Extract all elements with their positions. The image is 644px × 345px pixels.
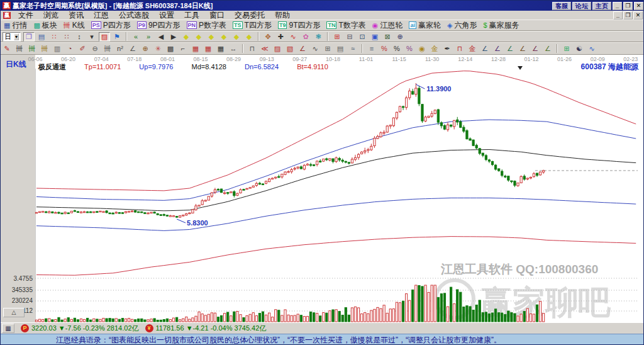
menu-item-1[interactable]: 浏览: [38, 11, 64, 20]
highlight-kline-button[interactable]: ▨: [99, 32, 110, 42]
menu-item-4[interactable]: 公式选股: [114, 11, 154, 20]
calculator-button[interactable]: ⊟: [344, 32, 355, 42]
color-grid-tool[interactable]: ⊞: [561, 44, 572, 54]
flag-marker-button[interactable]: ⚑: [111, 32, 123, 42]
next-bar-button[interactable]: ▶: [168, 32, 179, 42]
menu-item-6[interactable]: 工具: [179, 11, 204, 20]
gann-diamond-5-button[interactable]: ◆: [231, 32, 242, 42]
toolbar-item-t-number-table[interactable]: TNT数字表: [326, 20, 365, 31]
kline-mark-tool[interactable]: ⌐: [177, 44, 189, 54]
toolbar-item-hexagon[interactable]: ◈六角形: [447, 20, 477, 31]
red-band-tool[interactable]: ▦: [190, 44, 201, 54]
toolbar-item-kline[interactable]: 卌K线: [64, 20, 85, 31]
minimize-button[interactable]: _: [613, 2, 622, 10]
titlebar-link-support[interactable]: 客服: [552, 2, 571, 10]
toolbar-item-p-square[interactable]: PSP四方形: [91, 20, 131, 31]
toolbar-item-gann-wheel[interactable]: ◉江恩轮: [372, 20, 403, 31]
gann-angle-4-tool[interactable]: ∠: [517, 44, 528, 54]
draw-pen-tool[interactable]: ✎: [1, 44, 13, 54]
ruler-tool[interactable]: ▥: [52, 44, 63, 54]
gann-diamond-6-button[interactable]: ◆: [243, 32, 255, 42]
child-minimize-button[interactable]: _: [613, 11, 623, 20]
trend-curve-button[interactable]: ∿: [287, 32, 299, 42]
gann-angle-5-tool[interactable]: ∠: [530, 44, 541, 54]
table-grid-tool[interactable]: ▤: [335, 44, 346, 54]
golden-box-tool[interactable]: 金: [467, 44, 478, 54]
toolbar-item-t9-square[interactable]: T99T四方形: [278, 20, 321, 31]
mark-flower-button[interactable]: ✿: [300, 32, 311, 42]
price-grid-tool[interactable]: 卌: [26, 44, 38, 54]
network-button[interactable]: ⊕: [394, 32, 406, 42]
titlebar-link-forum[interactable]: 论坛: [572, 2, 591, 10]
menu-item-3[interactable]: 江恩: [89, 11, 114, 20]
wave-lines-tool[interactable]: ≈: [347, 44, 358, 54]
sh-index-quote[interactable]: 3220.03 ▼-7.56 -0.23% 2814.02亿: [31, 324, 139, 333]
info-panel-button[interactable]: ▤: [36, 32, 47, 42]
golden-circle-tool[interactable]: ◉: [416, 44, 428, 54]
menu-item-0[interactable]: 文件: [13, 11, 38, 20]
period-selector[interactable]: 日▾: [3, 32, 21, 42]
zigzag-tool[interactable]: ∿: [309, 44, 321, 54]
sun-circle-tool[interactable]: ⊕: [140, 44, 151, 54]
gann-angle-1-tool[interactable]: ∠: [479, 44, 491, 54]
toolbar-item-winner-wheel[interactable]: ai赢家轮: [409, 20, 441, 31]
span-tool[interactable]: ↔: [228, 44, 239, 54]
arc-tool[interactable]: ◔: [64, 44, 75, 54]
child-close-button[interactable]: ✕: [633, 11, 643, 20]
chart-panel[interactable]: 日K线 极反通道 Tp=11.0071 Up=9.7976 Md=8.4128 …: [1, 55, 644, 322]
gann-diamond-2-button[interactable]: ◆: [193, 32, 204, 42]
gann-diamond-4-button[interactable]: ◆: [218, 32, 230, 42]
square-grid-tool[interactable]: ⊞: [322, 44, 333, 54]
titlebar-link-home[interactable]: 主页: [592, 2, 611, 10]
star-ray-tool[interactable]: ✳: [152, 44, 164, 54]
kline-style-1-button[interactable]: ∷: [48, 32, 60, 42]
remote-data-button[interactable]: ⊠: [382, 32, 393, 42]
golden-section-tool[interactable]: 金: [429, 44, 440, 54]
save-button[interactable]: ▣: [369, 32, 380, 42]
memo-button[interactable]: ⊡: [357, 32, 368, 42]
price-table-tool[interactable]: ≡: [366, 44, 377, 54]
toolbar-item-t-square[interactable]: TST四方形: [233, 20, 272, 31]
angle-line-tool[interactable]: ∠: [297, 44, 308, 54]
toolbar-item-p9-square[interactable]: P99P四方形: [137, 20, 180, 31]
quote-grid-button[interactable]: ▦: [2, 324, 14, 333]
wave-tool[interactable]: ∿: [586, 44, 597, 54]
sz-index-quote[interactable]: 11781.56 ▼-4.21 -0.04% 3745.42亿: [156, 324, 267, 333]
analysis-button[interactable]: ❃: [313, 32, 324, 42]
drag-hand-button[interactable]: ✥: [262, 32, 274, 42]
percent-retrace-tool[interactable]: %: [379, 44, 390, 54]
black-grid-tool[interactable]: ▦: [215, 44, 226, 54]
red-box-tool[interactable]: ▦: [203, 44, 214, 54]
menu-item-7[interactable]: 窗口: [204, 11, 230, 20]
child-restore-button[interactable]: ❐: [623, 11, 633, 20]
gann-angle-2-tool[interactable]: ∠: [492, 44, 503, 54]
scale-toggle-button[interactable]: ↕: [74, 32, 85, 42]
expand-pane-button[interactable]: △: [3, 308, 25, 317]
compass-tool[interactable]: ✐: [77, 44, 88, 54]
first-page-button[interactable]: «: [130, 32, 142, 42]
shade-box2-tool[interactable]: ▧: [284, 44, 296, 54]
kline-style-2-button[interactable]: ∷: [61, 32, 72, 42]
gann-angle-6-tool[interactable]: ∠: [542, 44, 553, 54]
n2-tool[interactable]: n²: [114, 44, 126, 54]
prev-bar-button[interactable]: ◀: [155, 32, 167, 42]
shade-box-tool[interactable]: ▨: [272, 44, 283, 54]
cycle-circle-tool[interactable]: ⊖: [89, 44, 101, 54]
window-split-button[interactable]: ❐: [23, 32, 35, 42]
menu-item-5[interactable]: 设置: [154, 11, 179, 20]
toolbar-item-sectors[interactable]: ▩板块: [33, 20, 57, 31]
brush-tool[interactable]: ✒: [441, 44, 453, 54]
menu-item-2[interactable]: 资讯: [64, 11, 89, 20]
scale-dropdown[interactable]: ▾: [86, 32, 97, 42]
toolbar-item-quotes[interactable]: ▦行情: [4, 20, 27, 31]
fine-grid-tool[interactable]: 卌: [102, 44, 113, 54]
gann-diamond-1-button[interactable]: ◆: [180, 32, 192, 42]
crosshair-button[interactable]: ✚: [275, 32, 286, 42]
fan-lines-tool[interactable]: ≪: [259, 44, 270, 54]
close-button[interactable]: ✕: [634, 2, 643, 10]
menu-item-8[interactable]: 交易委托: [230, 11, 270, 20]
percent-tool[interactable]: %: [391, 44, 402, 54]
chevron-down-icon[interactable]: ▾: [14, 33, 19, 40]
last-page-button[interactable]: »: [143, 32, 154, 42]
percent-line-tool[interactable]: %: [404, 44, 415, 54]
